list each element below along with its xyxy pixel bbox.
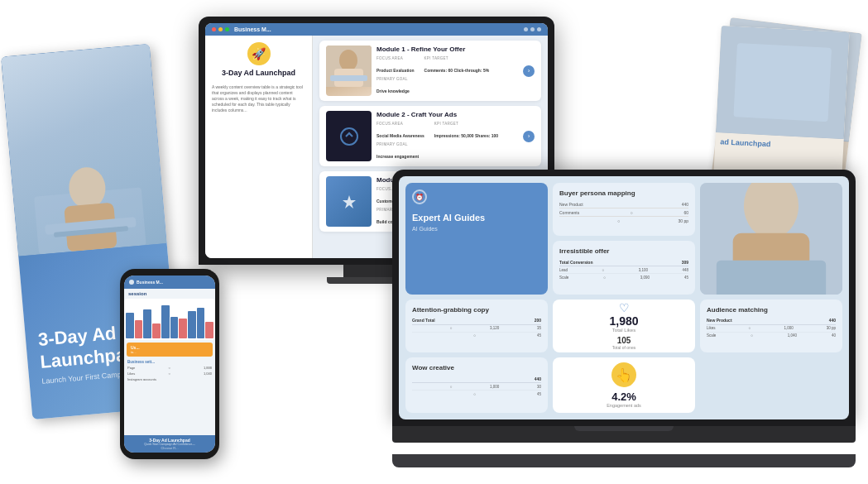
monitor-sidebar: 🚀 3-Day Ad Launchpad A weekly content ov… bbox=[205, 36, 313, 258]
likes-label: Total Likes bbox=[612, 328, 635, 333]
module-1-person bbox=[326, 46, 372, 96]
irresistible-label: Irresistible offer bbox=[559, 247, 688, 255]
attention-label: Attention-grabbing copy bbox=[412, 306, 541, 314]
left-book-image bbox=[1, 44, 166, 256]
laptop-device: ⏰ Expert AI Guides AI Guides Buyer perso… bbox=[392, 170, 856, 467]
svg-point-9 bbox=[341, 128, 357, 145]
irresistible-cell: Irresistible offer Total Conversion309 L… bbox=[553, 241, 695, 294]
kpi-value-2: Impressions: 50,000 Shares: 100 bbox=[434, 133, 498, 138]
primary-label-2: Primary Goal bbox=[376, 142, 424, 146]
module-3-image bbox=[326, 176, 372, 227]
primary-value-2: Increase engagement bbox=[376, 154, 419, 159]
engagement-label: Engagement ads bbox=[607, 403, 641, 408]
expert-title: Expert AI Guides bbox=[412, 213, 541, 223]
laptop-base bbox=[392, 454, 856, 467]
module-2-dark bbox=[326, 111, 372, 161]
laptop-screen: ⏰ Expert AI Guides AI Guides Buyer perso… bbox=[399, 176, 849, 419]
wow-label: Wow creative bbox=[412, 364, 541, 371]
module-2-card: Module 2 - Craft Your Ads Focus Area Soc… bbox=[319, 106, 541, 166]
focus-value-2: Social Media Awareness bbox=[376, 133, 424, 138]
monitor-nav bbox=[524, 27, 541, 31]
module-2-arrow[interactable]: › bbox=[523, 131, 535, 142]
focus-value-1: Product Evaluation bbox=[376, 68, 415, 73]
module-2-meta: Focus Area Social Media Awareness Primar… bbox=[376, 122, 518, 161]
focus-label-1: Focus Area bbox=[376, 56, 415, 60]
module-1-focus: Focus Area Product Evaluation Primary Go… bbox=[376, 56, 415, 96]
monitor-header-text: Business M... bbox=[234, 26, 271, 32]
phone-header: Business M... bbox=[124, 276, 215, 289]
monitor-title: 3-Day Ad Launchpad bbox=[222, 69, 295, 78]
svg-rect-19 bbox=[733, 43, 832, 122]
engagement-percent: 4.2% bbox=[611, 391, 636, 403]
extra-count: 105 bbox=[617, 336, 631, 345]
svg-rect-13 bbox=[717, 261, 826, 295]
cursor-icon: 👆 bbox=[611, 362, 636, 387]
svg-rect-8 bbox=[330, 75, 367, 81]
phone-choose: Choose R... bbox=[128, 446, 211, 450]
laptop-screen-container: ⏰ Expert AI Guides AI Guides Buyer perso… bbox=[392, 170, 856, 426]
module-2-title: Module 2 - Craft Your Ads bbox=[376, 111, 518, 118]
monitor-logo: 🚀 3-Day Ad Launchpad bbox=[212, 42, 305, 78]
buyer-persona-cell: Buyer persona mapping New Product440 Com… bbox=[553, 183, 695, 236]
extra-label: Total of ones bbox=[612, 345, 635, 350]
module-2-content: Module 2 - Craft Your Ads Focus Area Soc… bbox=[376, 111, 518, 161]
buyer-title: Buyer persona mapping bbox=[559, 189, 688, 197]
module-2-focus: Focus Area Social Media Awareness Primar… bbox=[376, 122, 424, 161]
audience-cell: Audience matching New Product440 Likes○1… bbox=[700, 300, 842, 352]
phone-chart bbox=[124, 299, 215, 340]
phone-device: Business M... session Us... bbox=[120, 269, 219, 459]
phone-screen: Business M... session Us... bbox=[124, 276, 215, 453]
paper-image-2 bbox=[716, 26, 850, 139]
likes-count: 1,980 bbox=[609, 314, 638, 328]
laptop-notch bbox=[574, 426, 674, 431]
heart-icon: ♡ bbox=[619, 301, 630, 314]
wow-creative-image-cell bbox=[700, 183, 842, 295]
paper-title-2: ad Launchpad bbox=[720, 137, 838, 151]
module-1-arrow[interactable]: › bbox=[523, 65, 535, 77]
attention-cell: Attention-grabbing copy Grand Total200 ○… bbox=[405, 300, 548, 352]
expert-guides-cell: ⏰ Expert AI Guides AI Guides bbox=[405, 183, 548, 295]
module-2-kpi: KPI Target Impressions: 50,000 Shares: 1… bbox=[434, 122, 498, 161]
primary-value-1: Drive knowledge bbox=[376, 89, 410, 93]
main-scene: 3-Day Ad Launchpad Launch Your First Cam… bbox=[0, 0, 868, 484]
svg-point-6 bbox=[339, 50, 357, 71]
module-1-title: Module 1 - Refine Your Offer bbox=[376, 46, 518, 53]
wow-label-cell: Wow creative 440 ○1,00030 ○45 bbox=[405, 357, 548, 413]
expert-subtitle: AI Guides bbox=[412, 226, 541, 232]
module-1-kpi: KPI Target Comments: 60 Click-through: 5… bbox=[424, 56, 490, 96]
kpi-label-1: KPI Target bbox=[424, 56, 490, 60]
monitor-description: A weekly content overview table is a str… bbox=[212, 84, 305, 113]
module-1-card: Module 1 - Refine Your Offer Focus Area … bbox=[319, 41, 541, 101]
person-image bbox=[1, 44, 166, 256]
module-3-blue bbox=[326, 176, 372, 227]
rocket-icon: 🚀 bbox=[247, 42, 271, 65]
module-1-content: Module 1 - Refine Your Offer Focus Area … bbox=[376, 46, 518, 96]
monitor-header: Business M... bbox=[205, 23, 548, 36]
engagement-cell: 👆 4.2% Engagement ads bbox=[553, 357, 695, 413]
kpi-label-2: KPI Target bbox=[434, 122, 498, 126]
module-2-image bbox=[326, 111, 372, 161]
kpi-value-1: Comments: 60 Click-through: 5% bbox=[424, 68, 490, 73]
audience-label: Audience matching bbox=[707, 306, 836, 314]
module-1-image bbox=[326, 46, 372, 96]
module-1-meta: Focus Area Product Evaluation Primary Go… bbox=[376, 56, 518, 96]
clock-icon: ⏰ bbox=[412, 189, 427, 204]
likes-cell: ♡ 1,980 Total Likes 105 Total of ones bbox=[553, 300, 695, 352]
focus-label-2: Focus Area bbox=[376, 122, 424, 126]
phone-header-text: Business M... bbox=[137, 280, 163, 285]
laptop-bottom-bar bbox=[392, 426, 856, 443]
primary-label-1: Primary Goal bbox=[376, 77, 415, 81]
